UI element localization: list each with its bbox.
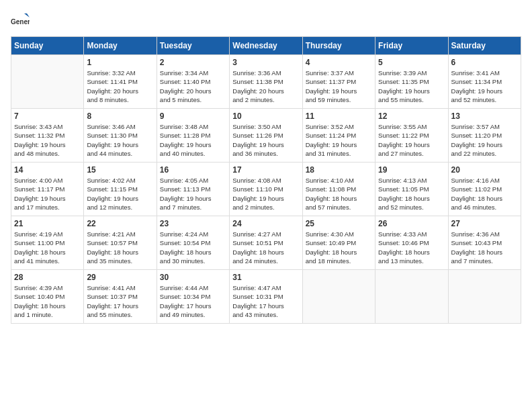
calendar-cell: 14Sunrise: 4:00 AMSunset: 11:17 PMDaylig… [11,163,84,216]
calendar-cell: 31Sunrise: 4:47 AMSunset: 10:31 PMDaylig… [230,270,302,324]
day-number: 20 [451,165,518,175]
calendar-cell: 8Sunrise: 3:46 AMSunset: 11:30 PMDayligh… [84,109,157,163]
day-info: Sunrise: 3:37 AMSunset: 11:37 PMDaylight… [306,68,372,104]
day-info: Sunrise: 4:08 AMSunset: 11:10 PMDaylight… [232,176,299,212]
day-number: 23 [160,219,226,228]
day-number: 6 [451,58,518,67]
calendar-cell: 10Sunrise: 3:50 AMSunset: 11:26 PMDaylig… [230,109,302,163]
day-info: Sunrise: 3:57 AMSunset: 11:20 PMDaylight… [451,122,518,158]
day-info: Sunrise: 3:50 AMSunset: 11:26 PMDaylight… [232,122,299,158]
calendar-table: SundayMondayTuesdayWednesdayThursdayFrid… [11,36,521,324]
day-info: Sunrise: 3:34 AMSunset: 11:40 PMDaylight… [160,68,226,104]
day-info: Sunrise: 3:41 AMSunset: 11:34 PMDaylight… [451,68,518,104]
day-info: Sunrise: 4:41 AMSunset: 10:37 PMDaylight… [87,283,153,319]
day-number: 26 [378,219,445,228]
weekday-header-friday: Friday [375,37,448,55]
day-info: Sunrise: 4:16 AMSunset: 11:02 PMDaylight… [451,176,518,212]
day-number: 1 [87,58,153,67]
calendar-cell: 26Sunrise: 4:33 AMSunset: 10:46 PMDaylig… [375,216,448,270]
calendar-cell: 15Sunrise: 4:02 AMSunset: 11:15 PMDaylig… [84,163,157,216]
day-number: 24 [232,219,299,228]
day-number: 12 [378,111,445,121]
weekday-header-monday: Monday [84,37,157,55]
day-number: 4 [306,58,372,67]
day-info: Sunrise: 4:02 AMSunset: 11:15 PMDaylight… [87,176,153,212]
day-info: Sunrise: 4:05 AMSunset: 11:13 PMDaylight… [160,176,226,212]
day-number: 19 [378,165,445,175]
weekday-header-wednesday: Wednesday [230,37,302,55]
day-number: 3 [232,58,299,67]
day-number: 27 [451,219,518,228]
day-number: 28 [14,273,81,282]
calendar-cell: 19Sunrise: 4:13 AMSunset: 11:05 PMDaylig… [375,163,448,216]
day-number: 16 [160,165,226,175]
day-number: 11 [306,111,372,121]
week-row-5: 28Sunrise: 4:39 AMSunset: 10:40 PMDaylig… [11,270,521,324]
day-number: 25 [306,219,372,228]
calendar-cell: 29Sunrise: 4:41 AMSunset: 10:37 PMDaylig… [84,270,157,324]
day-info: Sunrise: 4:33 AMSunset: 10:46 PMDaylight… [378,230,445,265]
calendar-cell: 23Sunrise: 4:24 AMSunset: 10:54 PMDaylig… [157,216,229,270]
calendar-cell [375,270,448,324]
calendar-cell: 18Sunrise: 4:10 AMSunset: 11:08 PMDaylig… [302,163,375,216]
calendar-cell: 17Sunrise: 4:08 AMSunset: 11:10 PMDaylig… [230,163,302,216]
day-number: 21 [14,219,81,228]
weekday-header-tuesday: Tuesday [157,37,229,55]
day-number: 9 [160,111,226,121]
day-number: 10 [232,111,299,121]
day-info: Sunrise: 3:43 AMSunset: 11:32 PMDaylight… [14,122,81,158]
day-info: Sunrise: 4:24 AMSunset: 10:54 PMDaylight… [160,230,226,265]
day-info: Sunrise: 3:39 AMSunset: 11:35 PMDaylight… [378,68,445,104]
day-number: 22 [87,219,153,228]
calendar-cell: 27Sunrise: 4:36 AMSunset: 10:43 PMDaylig… [448,216,521,270]
svg-text:General: General [11,18,30,26]
day-number: 7 [14,111,81,121]
calendar-cell: 28Sunrise: 4:39 AMSunset: 10:40 PMDaylig… [11,270,84,324]
calendar-cell: 16Sunrise: 4:05 AMSunset: 11:13 PMDaylig… [157,163,229,216]
day-info: Sunrise: 3:52 AMSunset: 11:24 PMDaylight… [306,122,372,158]
calendar-cell: 21Sunrise: 4:19 AMSunset: 11:00 PMDaylig… [11,216,84,270]
calendar-cell [302,270,375,324]
day-number: 14 [14,165,81,175]
weekday-header-thursday: Thursday [302,37,375,55]
day-info: Sunrise: 4:27 AMSunset: 10:51 PMDaylight… [232,230,299,265]
day-info: Sunrise: 4:13 AMSunset: 11:05 PMDaylight… [378,176,445,212]
calendar-cell: 11Sunrise: 3:52 AMSunset: 11:24 PMDaylig… [302,109,375,163]
day-info: Sunrise: 4:10 AMSunset: 11:08 PMDaylight… [306,176,372,212]
day-number: 13 [451,111,518,121]
calendar-cell: 12Sunrise: 3:55 AMSunset: 11:22 PMDaylig… [375,109,448,163]
day-info: Sunrise: 4:44 AMSunset: 10:34 PMDaylight… [160,283,226,319]
day-number: 17 [232,165,299,175]
day-info: Sunrise: 3:46 AMSunset: 11:30 PMDaylight… [87,122,153,158]
calendar-cell: 9Sunrise: 3:48 AMSunset: 11:28 PMDayligh… [157,109,229,163]
day-info: Sunrise: 3:36 AMSunset: 11:38 PMDaylight… [232,68,299,104]
day-info: Sunrise: 3:32 AMSunset: 11:41 PMDaylight… [87,68,153,104]
calendar-cell: 20Sunrise: 4:16 AMSunset: 11:02 PMDaylig… [448,163,521,216]
calendar-cell: 30Sunrise: 4:44 AMSunset: 10:34 PMDaylig… [157,270,229,324]
page-header: General [11,11,521,30]
day-info: Sunrise: 3:48 AMSunset: 11:28 PMDaylight… [160,122,226,158]
week-row-2: 7Sunrise: 3:43 AMSunset: 11:32 PMDayligh… [11,109,521,163]
day-info: Sunrise: 4:47 AMSunset: 10:31 PMDaylight… [232,283,299,319]
week-row-4: 21Sunrise: 4:19 AMSunset: 11:00 PMDaylig… [11,216,521,270]
calendar-cell: 1Sunrise: 3:32 AMSunset: 11:41 PMDayligh… [84,55,157,109]
day-number: 15 [87,165,153,175]
calendar-cell: 7Sunrise: 3:43 AMSunset: 11:32 PMDayligh… [11,109,84,163]
calendar-cell [448,270,521,324]
day-info: Sunrise: 4:39 AMSunset: 10:40 PMDaylight… [14,283,81,319]
weekday-header-saturday: Saturday [448,37,521,55]
weekday-header-sunday: Sunday [11,37,84,55]
calendar-cell: 25Sunrise: 4:30 AMSunset: 10:49 PMDaylig… [302,216,375,270]
logo: General [11,11,32,30]
calendar-cell: 2Sunrise: 3:34 AMSunset: 11:40 PMDayligh… [157,55,229,109]
day-info: Sunrise: 4:00 AMSunset: 11:17 PMDaylight… [14,176,81,212]
svg-marker-1 [24,13,30,17]
day-number: 31 [232,273,299,282]
logo-icon: General [11,11,30,30]
day-number: 2 [160,58,226,67]
calendar-cell: 4Sunrise: 3:37 AMSunset: 11:37 PMDayligh… [302,55,375,109]
calendar-cell: 13Sunrise: 3:57 AMSunset: 11:20 PMDaylig… [448,109,521,163]
calendar-cell: 24Sunrise: 4:27 AMSunset: 10:51 PMDaylig… [230,216,302,270]
calendar-cell: 5Sunrise: 3:39 AMSunset: 11:35 PMDayligh… [375,55,448,109]
calendar-cell [11,55,84,109]
